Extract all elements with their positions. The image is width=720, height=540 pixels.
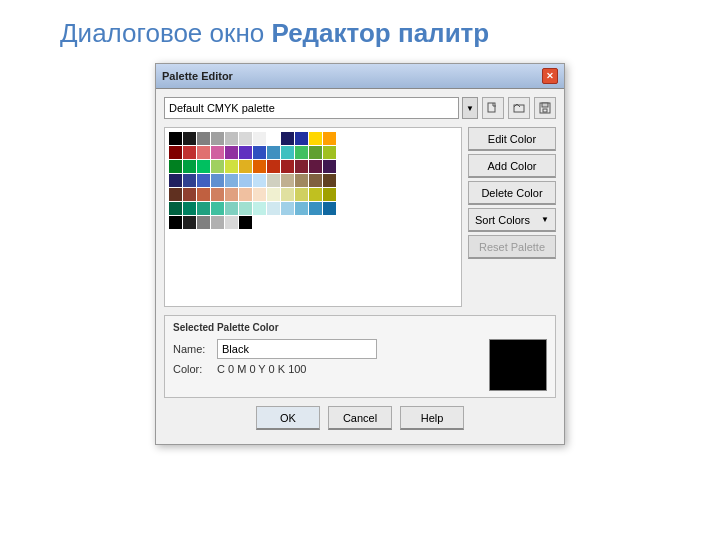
dropdown-arrow[interactable]: ▼ (462, 97, 478, 119)
color-cell[interactable] (323, 174, 336, 187)
color-cell[interactable] (323, 160, 336, 173)
color-cell[interactable] (197, 216, 210, 229)
color-cell[interactable] (267, 202, 280, 215)
ok-button[interactable]: OK (256, 406, 320, 430)
save-palette-button[interactable] (534, 97, 556, 119)
color-cell[interactable] (197, 202, 210, 215)
color-cell[interactable] (239, 174, 252, 187)
color-cell[interactable] (295, 132, 308, 145)
color-cell[interactable] (239, 146, 252, 159)
color-cell[interactable] (323, 202, 336, 215)
color-cell[interactable] (211, 160, 224, 173)
color-cell[interactable] (253, 202, 266, 215)
color-cell[interactable] (197, 146, 210, 159)
color-cell[interactable] (267, 146, 280, 159)
color-cell[interactable] (225, 188, 238, 201)
svg-rect-3 (542, 103, 548, 107)
color-cell[interactable] (309, 174, 322, 187)
color-cell[interactable] (225, 146, 238, 159)
color-cell[interactable] (295, 160, 308, 173)
color-cell[interactable] (323, 146, 336, 159)
selected-fields: Name: Color: C 0 M 0 Y 0 K 100 (173, 339, 481, 391)
color-cell[interactable] (239, 202, 252, 215)
color-cell[interactable] (295, 188, 308, 201)
add-color-button[interactable]: Add Color (468, 154, 556, 178)
reset-palette-button[interactable]: Reset Palette (468, 235, 556, 259)
color-cell[interactable] (211, 202, 224, 215)
color-cell[interactable] (239, 160, 252, 173)
color-cell[interactable] (253, 188, 266, 201)
color-cell[interactable] (239, 216, 252, 229)
color-cell[interactable] (183, 188, 196, 201)
color-cell[interactable] (253, 132, 266, 145)
color-cell[interactable] (295, 202, 308, 215)
color-cell[interactable] (225, 202, 238, 215)
color-cell[interactable] (183, 132, 196, 145)
name-input[interactable] (217, 339, 377, 359)
color-cell[interactable] (211, 216, 224, 229)
color-cell[interactable] (169, 216, 182, 229)
color-cell[interactable] (281, 132, 294, 145)
color-cell[interactable] (323, 132, 336, 145)
color-cell[interactable] (281, 174, 294, 187)
color-cell[interactable] (225, 216, 238, 229)
color-cell[interactable] (239, 188, 252, 201)
color-cell[interactable] (211, 188, 224, 201)
color-cell[interactable] (169, 132, 182, 145)
color-cell[interactable] (197, 160, 210, 173)
sort-colors-button[interactable]: Sort Colors ▼ (468, 208, 556, 232)
color-cell[interactable] (169, 146, 182, 159)
color-cell[interactable] (309, 146, 322, 159)
color-cell[interactable] (183, 146, 196, 159)
color-cell[interactable] (309, 160, 322, 173)
color-cell[interactable] (183, 174, 196, 187)
color-cell[interactable] (183, 202, 196, 215)
color-cell[interactable] (295, 174, 308, 187)
color-cell[interactable] (211, 132, 224, 145)
color-cell[interactable] (309, 188, 322, 201)
color-value: C 0 M 0 Y 0 K 100 (217, 363, 306, 375)
color-cell[interactable] (309, 202, 322, 215)
color-cell[interactable] (281, 146, 294, 159)
color-cell[interactable] (267, 174, 280, 187)
color-cell[interactable] (267, 188, 280, 201)
palette-dropdown[interactable] (164, 97, 459, 119)
color-cell[interactable] (183, 160, 196, 173)
color-cell[interactable] (309, 132, 322, 145)
color-cell[interactable] (267, 160, 280, 173)
color-cell[interactable] (253, 174, 266, 187)
delete-color-button[interactable]: Delete Color (468, 181, 556, 205)
color-cell[interactable] (211, 174, 224, 187)
color-cell[interactable] (197, 188, 210, 201)
color-cell[interactable] (169, 174, 182, 187)
color-cell[interactable] (169, 160, 182, 173)
color-cell[interactable] (281, 160, 294, 173)
color-cell[interactable] (211, 146, 224, 159)
color-cell[interactable] (239, 132, 252, 145)
color-cell[interactable] (281, 188, 294, 201)
dialog-titlebar: Palette Editor ✕ (156, 64, 564, 89)
color-row (169, 132, 457, 145)
cancel-button[interactable]: Cancel (328, 406, 392, 430)
color-cell[interactable] (169, 188, 182, 201)
color-cell[interactable] (323, 188, 336, 201)
color-cell[interactable] (197, 174, 210, 187)
edit-color-button[interactable]: Edit Color (468, 127, 556, 151)
color-cell[interactable] (267, 132, 280, 145)
color-cell[interactable] (169, 202, 182, 215)
color-cell[interactable] (281, 202, 294, 215)
color-cell[interactable] (253, 146, 266, 159)
dialog-content: ▼ Edit Color Add Color Delete Color (156, 89, 564, 444)
open-palette-button[interactable] (508, 97, 530, 119)
color-cell[interactable] (225, 132, 238, 145)
color-cell[interactable] (225, 174, 238, 187)
help-button[interactable]: Help (400, 406, 464, 430)
close-button[interactable]: ✕ (542, 68, 558, 84)
dialog-title: Palette Editor (162, 70, 233, 82)
color-cell[interactable] (225, 160, 238, 173)
color-cell[interactable] (197, 132, 210, 145)
color-cell[interactable] (253, 160, 266, 173)
color-cell[interactable] (295, 146, 308, 159)
new-palette-button[interactable] (482, 97, 504, 119)
color-cell[interactable] (183, 216, 196, 229)
